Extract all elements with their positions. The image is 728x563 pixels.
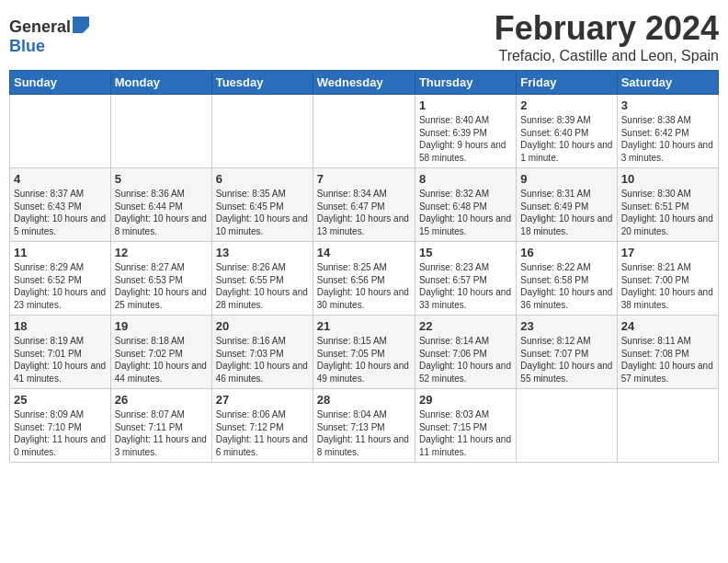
day-number: 29: [419, 393, 512, 407]
day-info: Sunrise: 8:32 AMSunset: 6:48 PMDaylight:…: [419, 188, 512, 237]
day-number: 27: [216, 393, 309, 407]
calendar-cell: [110, 95, 211, 168]
calendar-cell: 17Sunrise: 8:21 AMSunset: 7:00 PMDayligh…: [617, 242, 718, 316]
day-of-week-header: Thursday: [415, 71, 516, 95]
calendar-cell: 11Sunrise: 8:29 AMSunset: 6:52 PMDayligh…: [10, 242, 111, 316]
day-info: Sunrise: 8:27 AMSunset: 6:53 PMDaylight:…: [115, 261, 208, 311]
calendar-cell: [517, 389, 617, 463]
calendar-cell: 14Sunrise: 8:25 AMSunset: 6:56 PMDayligh…: [313, 242, 415, 316]
day-number: 24: [621, 319, 714, 333]
day-of-week-header: Saturday: [617, 71, 718, 95]
calendar-cell: 20Sunrise: 8:16 AMSunset: 7:03 PMDayligh…: [211, 316, 313, 389]
day-number: 23: [520, 319, 612, 333]
day-info: Sunrise: 8:03 AMSunset: 7:15 PMDaylight:…: [419, 408, 512, 458]
day-info: Sunrise: 8:16 AMSunset: 7:03 PMDaylight:…: [216, 335, 309, 385]
day-of-week-header: Friday: [517, 71, 617, 95]
day-number: 5: [115, 172, 208, 186]
calendar-cell: [617, 389, 718, 463]
title-area: February 2024 Trefacio, Castille and Leo…: [495, 9, 719, 64]
day-of-week-header: Sunday: [10, 71, 111, 95]
day-info: Sunrise: 8:18 AMSunset: 7:02 PMDaylight:…: [115, 335, 208, 385]
day-info: Sunrise: 8:35 AMSunset: 6:45 PMDaylight:…: [216, 188, 309, 237]
calendar-cell: 19Sunrise: 8:18 AMSunset: 7:02 PMDayligh…: [110, 316, 211, 389]
day-info: Sunrise: 8:40 AMSunset: 6:39 PMDaylight:…: [419, 114, 512, 164]
day-info: Sunrise: 8:19 AMSunset: 7:01 PMDaylight:…: [14, 335, 107, 385]
day-number: 21: [317, 319, 411, 333]
calendar-cell: 24Sunrise: 8:11 AMSunset: 7:08 PMDayligh…: [617, 316, 718, 389]
calendar-cell: 21Sunrise: 8:15 AMSunset: 7:05 PMDayligh…: [313, 316, 415, 389]
day-info: Sunrise: 8:23 AMSunset: 6:57 PMDaylight:…: [419, 261, 512, 311]
day-number: 26: [115, 393, 208, 407]
calendar-cell: 18Sunrise: 8:19 AMSunset: 7:01 PMDayligh…: [10, 316, 111, 389]
day-info: Sunrise: 8:36 AMSunset: 6:44 PMDaylight:…: [115, 188, 208, 237]
calendar-cell: 16Sunrise: 8:22 AMSunset: 6:58 PMDayligh…: [517, 242, 617, 316]
day-info: Sunrise: 8:38 AMSunset: 6:42 PMDaylight:…: [621, 114, 714, 164]
calendar-cell: 6Sunrise: 8:35 AMSunset: 6:45 PMDaylight…: [211, 168, 313, 242]
day-info: Sunrise: 8:21 AMSunset: 7:00 PMDaylight:…: [621, 261, 714, 311]
day-info: Sunrise: 8:29 AMSunset: 6:52 PMDaylight:…: [14, 261, 107, 311]
day-number: 12: [115, 246, 208, 259]
calendar-cell: 15Sunrise: 8:23 AMSunset: 6:57 PMDayligh…: [415, 242, 516, 316]
day-number: 1: [419, 98, 512, 112]
logo-icon: [73, 17, 89, 37]
calendar-cell: 22Sunrise: 8:14 AMSunset: 7:06 PMDayligh…: [415, 316, 516, 389]
day-info: Sunrise: 8:15 AMSunset: 7:05 PMDaylight:…: [317, 335, 411, 385]
calendar-cell: 2Sunrise: 8:39 AMSunset: 6:40 PMDaylight…: [517, 95, 617, 168]
day-info: Sunrise: 8:39 AMSunset: 6:40 PMDaylight:…: [520, 114, 612, 164]
day-of-week-header: Monday: [110, 71, 211, 95]
day-number: 15: [419, 246, 512, 259]
main-title: February 2024: [495, 9, 719, 48]
calendar-cell: 27Sunrise: 8:06 AMSunset: 7:12 PMDayligh…: [211, 389, 313, 463]
calendar-cell: 12Sunrise: 8:27 AMSunset: 6:53 PMDayligh…: [110, 242, 211, 316]
calendar-cell: 25Sunrise: 8:09 AMSunset: 7:10 PMDayligh…: [10, 389, 111, 463]
day-number: 28: [317, 393, 411, 407]
day-number: 9: [520, 172, 612, 186]
day-of-week-header: Wednesday: [313, 71, 415, 95]
day-info: Sunrise: 8:26 AMSunset: 6:55 PMDaylight:…: [216, 261, 309, 311]
day-number: 20: [216, 319, 309, 333]
day-info: Sunrise: 8:14 AMSunset: 7:06 PMDaylight:…: [419, 335, 512, 385]
day-info: Sunrise: 8:11 AMSunset: 7:08 PMDaylight:…: [621, 335, 714, 385]
day-info: Sunrise: 8:22 AMSunset: 6:58 PMDaylight:…: [520, 261, 612, 311]
day-number: 19: [115, 319, 208, 333]
day-info: Sunrise: 8:37 AMSunset: 6:43 PMDaylight:…: [14, 188, 107, 237]
day-number: 2: [520, 98, 612, 112]
calendar-cell: 3Sunrise: 8:38 AMSunset: 6:42 PMDaylight…: [617, 95, 718, 168]
calendar-table: SundayMondayTuesdayWednesdayThursdayFrid…: [9, 70, 719, 463]
calendar-cell: 23Sunrise: 8:12 AMSunset: 7:07 PMDayligh…: [517, 316, 617, 389]
day-number: 7: [317, 172, 411, 186]
day-number: 11: [14, 246, 107, 259]
calendar-cell: [10, 95, 111, 168]
day-number: 22: [419, 319, 512, 333]
calendar-cell: 9Sunrise: 8:31 AMSunset: 6:49 PMDaylight…: [517, 168, 617, 242]
day-info: Sunrise: 8:25 AMSunset: 6:56 PMDaylight:…: [317, 261, 411, 311]
calendar-cell: 28Sunrise: 8:04 AMSunset: 7:13 PMDayligh…: [313, 389, 415, 463]
calendar-cell: 4Sunrise: 8:37 AMSunset: 6:43 PMDaylight…: [10, 168, 111, 242]
day-info: Sunrise: 8:04 AMSunset: 7:13 PMDaylight:…: [317, 408, 411, 458]
calendar-cell: [211, 95, 313, 168]
day-of-week-header: Tuesday: [211, 71, 313, 95]
day-number: 3: [621, 98, 714, 112]
day-number: 14: [317, 246, 411, 259]
day-info: Sunrise: 8:34 AMSunset: 6:47 PMDaylight:…: [317, 188, 411, 237]
calendar-cell: 5Sunrise: 8:36 AMSunset: 6:44 PMDaylight…: [110, 168, 211, 242]
logo: General Blue: [9, 9, 89, 56]
day-number: 17: [621, 246, 714, 259]
day-info: Sunrise: 8:31 AMSunset: 6:49 PMDaylight:…: [520, 188, 612, 237]
calendar-cell: 1Sunrise: 8:40 AMSunset: 6:39 PMDaylight…: [415, 95, 516, 168]
day-info: Sunrise: 8:06 AMSunset: 7:12 PMDaylight:…: [216, 408, 309, 458]
day-number: 18: [14, 319, 107, 333]
day-info: Sunrise: 8:09 AMSunset: 7:10 PMDaylight:…: [14, 408, 107, 458]
day-info: Sunrise: 8:07 AMSunset: 7:11 PMDaylight:…: [115, 408, 208, 458]
calendar-cell: [313, 95, 415, 168]
day-number: 8: [419, 172, 512, 186]
day-number: 4: [14, 172, 107, 186]
calendar-cell: 13Sunrise: 8:26 AMSunset: 6:55 PMDayligh…: [211, 242, 313, 316]
day-number: 10: [621, 172, 714, 186]
day-number: 6: [216, 172, 309, 186]
day-info: Sunrise: 8:12 AMSunset: 7:07 PMDaylight:…: [520, 335, 612, 385]
calendar-cell: 8Sunrise: 8:32 AMSunset: 6:48 PMDaylight…: [415, 168, 516, 242]
day-number: 16: [520, 246, 612, 259]
logo-blue-text: Blue: [9, 37, 45, 56]
subtitle: Trefacio, Castille and Leon, Spain: [495, 48, 719, 64]
